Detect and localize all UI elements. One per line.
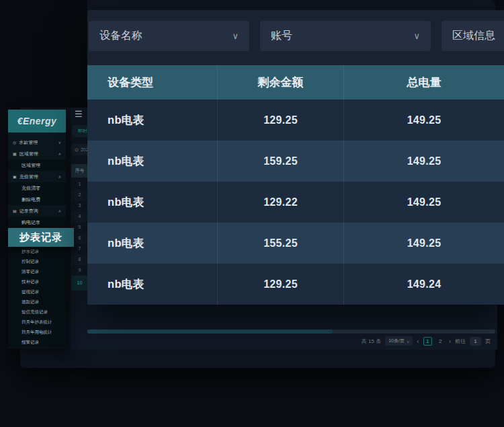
cell-device-type: nb电表 (87, 182, 217, 223)
sidebar-item-label: 提现记录 (22, 289, 39, 295)
sidebar-subitem-alarm-records[interactable]: 报警记录 (8, 338, 66, 348)
cell-device-type: nb电表 (87, 264, 217, 305)
cell-balance: 159.25 (217, 141, 343, 182)
cell-total-power: 149.25 (343, 223, 504, 264)
chevron-up-icon: ∧ (58, 208, 61, 213)
sidebar-item-label: 区域管理 (22, 162, 40, 169)
sidebar-item-label: 区域管理 (19, 151, 38, 157)
prev-page-button[interactable]: ‹ (417, 337, 419, 346)
cell-device-type: nb电表 (87, 223, 217, 264)
table-row[interactable]: nb电表 129.25 149.25 (87, 100, 504, 141)
records-icon: ▤ (13, 208, 17, 213)
sidebar-item-region-management[interactable]: ▦ 区域管理 ∧ (8, 148, 66, 159)
sidebar-item-label: 抄水记录 (22, 249, 39, 255)
pagination-total: 共 15 条 (362, 338, 381, 345)
chevron-up-icon: ∧ (58, 151, 61, 156)
chevron-down-icon: ∨ (232, 31, 239, 41)
page-button-1[interactable]: 1 (423, 337, 432, 346)
sidebar-item-label: 充值清零 (22, 185, 40, 192)
sidebar-subitem-sms-recharge-records[interactable]: 短信充值记录 (8, 307, 66, 317)
sidebar-item-label: 报警记录 (22, 340, 39, 346)
sidebar-item-label: 退款记录 (22, 299, 39, 305)
header-total-power: 总电量 (343, 65, 504, 100)
cell-total-power: 149.24 (343, 264, 504, 305)
sidebar-item-label: 日月年抄表统计 (22, 319, 52, 325)
page-button-2[interactable]: 2 (436, 337, 445, 346)
cell-balance: 129.22 (217, 182, 343, 223)
sidebar-item-label: 记录查询 (19, 208, 38, 215)
sidebar-item-record-query[interactable]: ▤ 记录查询 ∧ (8, 205, 66, 217)
hamburger-menu-icon[interactable]: ☰ (75, 109, 83, 119)
cell-balance: 155.25 (217, 223, 343, 264)
sidebar-item-label: 控制记录 (22, 259, 39, 265)
sidebar-subitem-refund-records[interactable]: 退款记录 (8, 297, 66, 307)
clock-icon: ⊙ (75, 147, 79, 153)
region-icon: ▦ (13, 151, 17, 156)
seq-cell: 1 (71, 179, 88, 190)
sidebar-subitem-adjust-records[interactable]: 找补记录 (8, 277, 66, 287)
seq-column-header: 序号 (71, 164, 88, 178)
sidebar-item-label: 删除电费 (22, 196, 40, 203)
cell-balance: 129.25 (217, 264, 343, 305)
cell-device-type: nb电表 (87, 141, 217, 182)
table-row[interactable]: nb电表 129.25 149.24 (87, 264, 504, 305)
horizontal-scrollbar[interactable] (87, 329, 495, 334)
goto-label: 前往 (455, 338, 466, 345)
table-row[interactable]: nb电表 129.22 149.25 (87, 182, 504, 223)
sidebar-item-recharge-management[interactable]: ▣ 充值管理 ∧ (8, 171, 66, 182)
sidebar-subitem-reset-records[interactable]: 清零记录 (8, 267, 66, 277)
cell-total-power: 149.25 (343, 141, 504, 182)
sidebar-item-label: 充值管理 (19, 173, 38, 180)
sidebar: €Energy ◎ 水款管理 ∨ ▦ 区域管理 ∧ 区域管理 ▣ 充值管理 ∧ (8, 110, 66, 348)
cell-total-power: 149.25 (343, 100, 504, 141)
pagination: 共 15 条 10条/页 ∨ ‹ 1 2 › 前往 1 页 (362, 336, 491, 346)
seq-cell: 8 (71, 254, 88, 265)
next-page-button[interactable]: › (449, 337, 451, 346)
seq-cell: 2 (71, 190, 88, 200)
sidebar-subitem-meter-stats[interactable]: 日月年抄表统计 (8, 317, 66, 327)
sidebar-item-label: 日月年用电统计 (22, 329, 52, 336)
sidebar-subitem-region-management[interactable]: 区域管理 (8, 159, 66, 171)
header-balance: 剩余金额 (217, 65, 343, 100)
chevron-down-icon: ∨ (407, 339, 409, 344)
sidebar-subitem-water-records[interactable]: 抄水记录 (8, 247, 66, 257)
sidebar-subitem-control-records[interactable]: 控制记录 (8, 257, 66, 267)
account-select[interactable]: 账号 ∨ (260, 21, 431, 51)
chevron-down-icon: ∨ (413, 31, 420, 41)
seq-cell-active[interactable]: 10 (71, 276, 88, 290)
chevron-down-icon: ∨ (58, 140, 61, 145)
sidebar-subitem-recharge-reset[interactable]: 充值清零 (8, 182, 66, 194)
account-label: 账号 (271, 29, 292, 43)
app-root: ☰ 即时抄表 ⊙ 202 序号 1 2 3 4 5 6 7 8 9 10 共 1… (0, 0, 504, 427)
app-logo: €Energy (8, 110, 66, 132)
page-size-select[interactable]: 10条/页 ∨ (385, 336, 413, 346)
records-overlay: 设备名称 ∨ 账号 ∨ 区域信息 设备类型 剩余金额 总电量 nb电表 129.… (87, 10, 504, 305)
sidebar-subitem-delete-fee[interactable]: 删除电费 (8, 194, 66, 205)
table-header-row: 设备类型 剩余金额 总电量 (87, 65, 504, 100)
chevron-up-icon: ∧ (58, 174, 61, 179)
sidebar-item-fee-management[interactable]: ◎ 水款管理 ∨ (8, 137, 66, 148)
cell-device-type: nb电表 (87, 100, 217, 141)
backdrop-mask (0, 0, 87, 108)
sidebar-subitem-withdraw-records[interactable]: 提现记录 (8, 287, 66, 297)
seq-cell: 9 (71, 265, 88, 276)
goto-unit: 页 (485, 338, 491, 345)
region-info-select[interactable]: 区域信息 (442, 21, 504, 51)
sidebar-subitem-purchase-records[interactable]: 购电记录 (8, 217, 66, 228)
cell-total-power: 149.25 (343, 182, 504, 223)
device-name-select[interactable]: 设备名称 ∨ (89, 21, 249, 51)
sidebar-item-meter-records-active[interactable]: 抄表记录 (8, 228, 74, 247)
fee-icon: ◎ (13, 140, 16, 145)
sidebar-item-label: 购电记录 (22, 219, 40, 226)
goto-page-input[interactable]: 1 (470, 337, 481, 346)
sidebar-menu: ◎ 水款管理 ∨ ▦ 区域管理 ∧ 区域管理 ▣ 充值管理 ∧ 充值清零 (8, 132, 66, 348)
region-info-label: 区域信息 (452, 29, 495, 43)
scrollbar-thumb[interactable] (87, 329, 333, 334)
sidebar-item-label: 清零记录 (22, 269, 39, 275)
records-table: 设备类型 剩余金额 总电量 nb电表 129.25 149.25 nb电表 15… (87, 65, 504, 305)
header-device-type: 设备类型 (87, 65, 217, 100)
sidebar-item-label: 短信充值记录 (22, 309, 48, 315)
table-row[interactable]: nb电表 155.25 149.25 (87, 223, 504, 264)
sidebar-subitem-power-stats[interactable]: 日月年用电统计 (8, 327, 66, 338)
table-row[interactable]: nb电表 159.25 149.25 (87, 141, 504, 182)
